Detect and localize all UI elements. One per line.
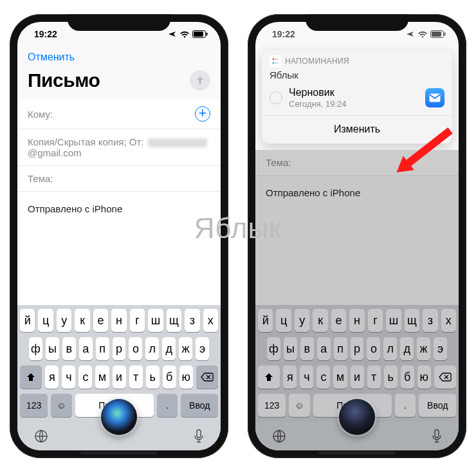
notch — [68, 14, 170, 31]
key-ж[interactable]: ж — [417, 337, 430, 360]
enter-key[interactable]: Ввод — [419, 394, 456, 417]
key-н[interactable]: н — [349, 309, 364, 332]
numeric-key[interactable]: 123 — [258, 394, 286, 417]
dictation-key[interactable] — [194, 429, 204, 443]
key-т[interactable]: т — [129, 365, 143, 389]
key-х[interactable]: х — [441, 309, 456, 332]
key-в[interactable]: в — [62, 337, 76, 360]
globe-key[interactable] — [34, 429, 48, 443]
key-т[interactable]: т — [367, 365, 381, 389]
key-у[interactable]: у — [57, 309, 71, 332]
key-ы[interactable]: ы — [46, 337, 59, 360]
key-м[interactable]: м — [95, 365, 109, 389]
key-г[interactable]: г — [368, 309, 383, 332]
key-в[interactable]: в — [300, 337, 314, 360]
to-field[interactable]: Кому: + — [17, 99, 221, 129]
key-ю[interactable]: ю — [417, 365, 431, 389]
battery-icon — [192, 30, 208, 38]
key-б[interactable]: б — [163, 365, 176, 389]
key-г[interactable]: г — [130, 309, 145, 332]
subject-field[interactable]: Тема: — [17, 166, 221, 192]
key-п[interactable]: п — [334, 337, 347, 360]
key-м[interactable]: м — [333, 365, 347, 389]
enter-key[interactable]: Ввод — [181, 394, 218, 417]
key-щ[interactable]: щ — [167, 309, 181, 332]
key-к[interactable]: к — [313, 309, 327, 332]
key-б[interactable]: б — [401, 365, 414, 389]
key-к[interactable]: к — [75, 309, 89, 332]
key-ч[interactable]: ч — [300, 365, 313, 389]
key-р[interactable]: р — [351, 337, 364, 360]
key-о[interactable]: о — [367, 337, 380, 360]
notification-item[interactable]: Черновик Сегодня, 19:24 — [262, 84, 452, 115]
key-з[interactable]: з — [185, 309, 199, 332]
cc-field[interactable]: Копия/Скрытая копия; От: @gmail.com — [17, 129, 221, 166]
key-у[interactable]: у — [295, 309, 309, 332]
key-row-2: фывапролджэ — [20, 337, 218, 360]
numeric-key[interactable]: 123 — [20, 394, 48, 417]
key-ш[interactable]: ш — [386, 309, 401, 332]
key-я[interactable]: я — [45, 365, 59, 389]
dot-key[interactable]: . — [395, 394, 416, 417]
key-и[interactable]: и — [113, 365, 126, 389]
key-а[interactable]: а — [317, 337, 331, 360]
key-п[interactable]: п — [96, 337, 109, 360]
key-а[interactable]: а — [79, 337, 93, 360]
key-ы[interactable]: ы — [284, 337, 297, 360]
status-time: 19:22 — [272, 29, 295, 39]
body-area[interactable]: Отправлено с iPhone — [255, 176, 459, 305]
reminder-notification[interactable]: НАПОМИНАНИЯ Яблык Черновик Сегодня, 19:2… — [262, 50, 452, 143]
key-э[interactable]: э — [196, 337, 209, 360]
shift-key[interactable] — [20, 365, 42, 389]
key-е[interactable]: е — [93, 309, 108, 332]
cancel-button[interactable]: Отменить — [28, 51, 75, 63]
key-ь[interactable]: ь — [146, 365, 160, 389]
siri-orb[interactable] — [101, 399, 137, 435]
key-х[interactable]: х — [203, 309, 218, 332]
backspace-key[interactable] — [196, 365, 218, 389]
wifi-icon — [417, 31, 428, 38]
notification-list-name: Яблык — [262, 68, 452, 84]
key-щ[interactable]: щ — [405, 309, 419, 332]
key-и[interactable]: и — [351, 365, 364, 389]
key-ц[interactable]: ц — [38, 309, 53, 332]
key-о[interactable]: о — [129, 337, 142, 360]
key-ж[interactable]: ж — [179, 337, 192, 360]
dictation-key[interactable] — [432, 429, 442, 443]
globe-key[interactable] — [272, 429, 286, 443]
key-д[interactable]: д — [400, 337, 414, 360]
key-л[interactable]: л — [145, 337, 159, 360]
dot-key[interactable]: . — [157, 394, 178, 417]
key-з[interactable]: з — [423, 309, 437, 332]
key-я[interactable]: я — [283, 365, 297, 389]
key-ю[interactable]: ю — [179, 365, 193, 389]
key-ь[interactable]: ь — [384, 365, 398, 389]
key-н[interactable]: н — [111, 309, 126, 332]
key-е[interactable]: е — [331, 309, 346, 332]
mail-app-icon[interactable] — [425, 88, 444, 107]
body-area[interactable]: Отправлено с iPhone — [17, 192, 221, 305]
send-button[interactable] — [190, 70, 210, 91]
key-ц[interactable]: ц — [276, 309, 291, 332]
key-д[interactable]: д — [162, 337, 176, 360]
key-э[interactable]: э — [434, 337, 447, 360]
key-ч[interactable]: ч — [62, 365, 75, 389]
home-indicator[interactable] — [318, 452, 396, 454]
key-й[interactable]: й — [258, 309, 273, 332]
home-indicator[interactable] — [80, 452, 158, 454]
emoji-key[interactable]: ☺ — [51, 394, 71, 417]
complete-radio[interactable] — [270, 91, 282, 104]
key-л[interactable]: л — [383, 337, 397, 360]
key-р[interactable]: р — [113, 337, 126, 360]
key-с[interactable]: с — [78, 365, 92, 389]
key-ф[interactable]: ф — [29, 337, 42, 360]
emoji-key[interactable]: ☺ — [289, 394, 309, 417]
backspace-key[interactable] — [434, 365, 456, 389]
siri-orb[interactable] — [339, 399, 375, 435]
add-contact-button[interactable]: + — [195, 106, 210, 122]
key-й[interactable]: й — [20, 309, 35, 332]
key-ф[interactable]: ф — [267, 337, 280, 360]
key-ш[interactable]: ш — [148, 309, 163, 332]
key-с[interactable]: с — [316, 365, 330, 389]
shift-key[interactable] — [258, 365, 280, 389]
